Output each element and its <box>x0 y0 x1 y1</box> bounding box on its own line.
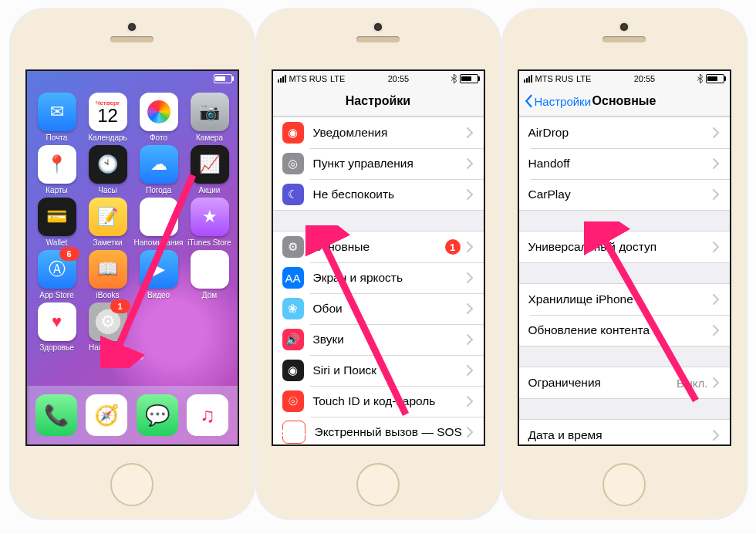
settings-row[interactable]: Handoff <box>519 148 730 179</box>
app-icon[interactable]: ✉ <box>38 93 76 131</box>
app-icon[interactable]: ☰ <box>140 198 178 236</box>
settings-row[interactable]: 🔊Звуки <box>273 324 484 355</box>
settings-list[interactable]: ◉Уведомления◎Пункт управления☾Не беспоко… <box>273 117 484 445</box>
app-icon[interactable]: 📍 <box>38 145 76 184</box>
row-label: Экстренный вызов — SOS <box>315 425 467 439</box>
app-label: Заметки <box>93 238 122 247</box>
row-icon: ☾ <box>282 184 304 205</box>
app-label: Здоровье <box>39 343 74 352</box>
app-label: Фото <box>150 134 167 142</box>
network-label: LTE <box>576 74 591 83</box>
app-видео[interactable]: ▶Видео <box>133 250 184 299</box>
screen-settings-root: MTS RUS LTE 20:55 Настройки ◉Уведомления… <box>272 69 485 446</box>
app-напоминания[interactable]: ☰Напоминания <box>133 198 184 247</box>
settings-row[interactable]: Дата и время <box>519 420 730 445</box>
app-карты[interactable]: 📍Карты <box>32 145 83 194</box>
row-label: Ограничения <box>528 376 677 390</box>
settings-row[interactable]: ⚙Основные1 <box>273 232 484 262</box>
app-ibooks[interactable]: 📖iBooks <box>83 250 133 299</box>
dock-app-safari[interactable]: 🧭 <box>86 394 127 436</box>
app-камера[interactable]: 📷Камера <box>184 93 235 142</box>
app-дом[interactable]: ⌂Дом <box>184 250 235 299</box>
chevron-right-icon <box>713 189 719 200</box>
chevron-right-icon <box>467 365 473 376</box>
app-часы[interactable]: 🕙Часы <box>83 145 133 194</box>
app-icon[interactable]: 📈 <box>191 145 229 184</box>
settings-row[interactable]: Универсальный доступ <box>519 232 730 262</box>
app-icon[interactable]: 💳 <box>38 198 76 236</box>
app-настройки[interactable]: ⚙1Настройки <box>83 302 133 352</box>
chevron-right-icon <box>713 158 719 169</box>
settings-row[interactable]: AirDrop <box>519 117 730 148</box>
dock-app-phone[interactable]: 📞 <box>35 394 77 436</box>
row-label: AirDrop <box>528 126 713 140</box>
settings-row[interactable]: Обновление контента <box>519 315 730 346</box>
app-label: Акции <box>199 186 221 194</box>
home-button[interactable] <box>602 463 646 506</box>
settings-row[interactable]: Хранилище iPhone <box>519 284 730 315</box>
app-icon[interactable]: ★ <box>191 198 229 236</box>
row-icon: ◎ <box>282 153 304 174</box>
settings-row[interactable]: ◉Siri и Поиск <box>273 355 484 386</box>
app-почта[interactable]: ✉Почта <box>32 93 83 142</box>
app-icon[interactable]: 📝 <box>89 198 127 236</box>
app-акции[interactable]: 📈Акции <box>184 145 235 194</box>
settings-row[interactable]: ◉Уведомления <box>273 117 484 148</box>
screen-settings-general: MTS RUS LTE 20:55 Настройки Основные Air… <box>518 69 731 446</box>
settings-row[interactable]: ❀Обои <box>273 293 484 324</box>
row-label: Дата и время <box>528 428 713 442</box>
chevron-right-icon <box>467 427 473 438</box>
settings-row[interactable]: ◎Пункт управления <box>273 148 484 179</box>
clock-label: 20:55 <box>388 74 410 83</box>
phone-bezel-top <box>11 9 254 69</box>
row-label: CarPlay <box>528 188 713 201</box>
bluetooth-icon <box>697 74 703 83</box>
row-value: Выкл. <box>677 377 707 390</box>
screen-home: MTS RUS LTE 20:55 ✉ПочтаЧетверг12Календа… <box>25 69 239 446</box>
settings-row[interactable]: CarPlay <box>519 179 730 210</box>
front-camera-dot <box>128 23 136 31</box>
settings-row[interactable]: SOSЭкстренный вызов — SOS <box>273 417 484 445</box>
app-погода[interactable]: ☁Погода <box>133 145 184 194</box>
home-button[interactable] <box>356 463 400 506</box>
app-icon[interactable]: ☁ <box>140 145 178 184</box>
app-icon[interactable]: ⚙1 <box>89 302 127 341</box>
nav-back-button[interactable]: Настройки <box>524 94 592 108</box>
app-здоровье[interactable]: ♥Здоровье <box>32 302 83 352</box>
app-wallet[interactable]: 💳Wallet <box>32 198 83 247</box>
app-icon[interactable]: 📖 <box>89 250 127 289</box>
clock-label: 20:55 <box>634 74 656 83</box>
settings-row[interactable]: ⦾Touch ID и код-пароль <box>273 386 484 417</box>
dock: 📞 🧭 💬 ♫ <box>27 386 238 444</box>
chevron-right-icon <box>467 158 473 169</box>
app-календарь[interactable]: Четверг12Календарь <box>83 93 133 142</box>
general-list[interactable]: AirDropHandoffCarPlay Универсальный дост… <box>519 117 730 445</box>
app-icon[interactable]: ⌂ <box>191 250 229 289</box>
nav-bar: Настройки <box>273 86 484 117</box>
app-itunes store[interactable]: ★iTunes Store <box>184 198 235 247</box>
app-app store[interactable]: Ⓐ6App Store <box>32 250 83 299</box>
app-icon[interactable]: ♥ <box>38 302 76 341</box>
settings-row[interactable]: ☾Не беспокоить <box>273 179 484 210</box>
home-button[interactable] <box>110 463 154 506</box>
app-icon[interactable]: Ⓐ6 <box>38 250 76 289</box>
carrier-label: MTS RUS <box>535 74 574 83</box>
page-indicator[interactable] <box>27 355 238 360</box>
dock-app-messages[interactable]: 💬 <box>137 394 178 436</box>
row-label: Обновление контента <box>528 323 713 337</box>
app-icon[interactable]: ▶ <box>140 250 178 289</box>
settings-row[interactable]: ОграниченияВыкл. <box>519 367 730 398</box>
app-icon[interactable]: Четверг12 <box>89 93 127 131</box>
status-bar: MTS RUS LTE 20:55 <box>273 71 484 86</box>
app-icon[interactable] <box>140 93 178 131</box>
app-label: iTunes Store <box>187 238 231 247</box>
app-icon[interactable]: 🕙 <box>89 145 127 184</box>
network-label: LTE <box>330 74 345 83</box>
app-icon[interactable]: 📷 <box>191 93 229 131</box>
app-фото[interactable]: Фото <box>133 93 184 142</box>
dock-app-music[interactable]: ♫ <box>187 394 228 436</box>
nav-title: Основные <box>592 94 656 108</box>
app-заметки[interactable]: 📝Заметки <box>83 198 133 247</box>
home-screen-content: ✉ПочтаЧетверг12КалендарьФото📷Камера📍Карт… <box>27 86 238 444</box>
settings-row[interactable]: AAЭкран и яркость <box>273 262 484 293</box>
